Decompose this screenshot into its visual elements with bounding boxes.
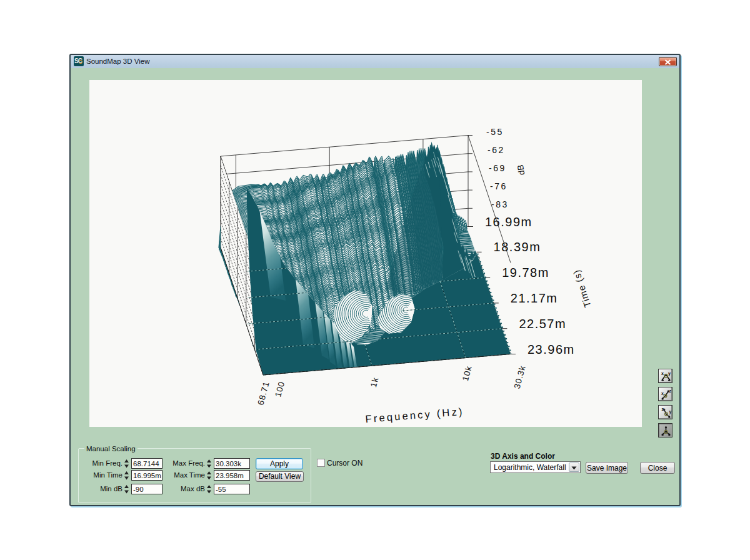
svg-text:z: z (669, 389, 672, 393)
svg-text:18.39m: 18.39m (494, 240, 541, 254)
svg-text:16.99m: 16.99m (485, 215, 532, 229)
svg-text:-62: -62 (488, 145, 505, 155)
svg-text:19.78m: 19.78m (502, 266, 549, 279)
svg-text:-76: -76 (490, 181, 508, 191)
svg-text:22.57m: 22.57m (519, 317, 566, 331)
svg-text:y: y (669, 409, 672, 414)
svg-text:-69: -69 (489, 163, 506, 173)
svg-text:x: x (661, 371, 664, 376)
svg-text:x: x (661, 391, 664, 396)
svg-text:dB: dB (516, 164, 527, 176)
svg-text:y: y (668, 371, 671, 376)
svg-text:-83: -83 (491, 199, 509, 209)
svg-text:-55: -55 (486, 127, 504, 137)
svg-text:23.96m: 23.96m (528, 342, 575, 356)
svg-text:21.17m: 21.17m (511, 291, 558, 305)
svg-text:z: z (662, 407, 664, 411)
